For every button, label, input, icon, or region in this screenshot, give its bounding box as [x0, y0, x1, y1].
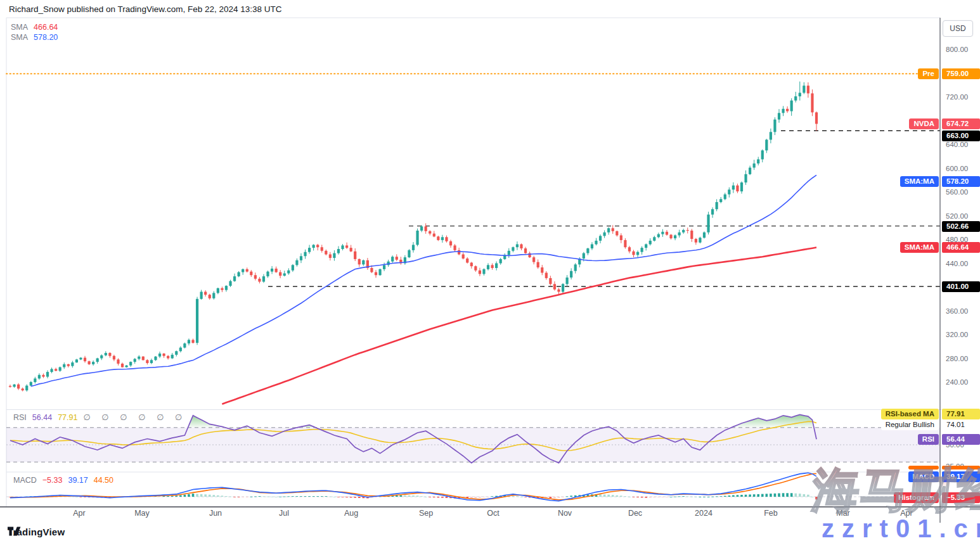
tradingview-link[interactable]: TradingView — [8, 527, 65, 537]
price-tick: 560.00 — [946, 187, 968, 197]
price-tick: 240.00 — [946, 377, 968, 387]
axis-value-chip: 401.00 — [942, 281, 980, 292]
axis-value-chip: 56.44 — [942, 434, 980, 445]
sma-slow-row: SMA 578.20 — [11, 32, 58, 42]
sma-fast-value: 466.64 — [34, 22, 58, 32]
price-tick: 440.00 — [946, 259, 968, 269]
month-label: Apr — [73, 509, 85, 518]
axis-value-chip: 466.64 — [942, 242, 980, 253]
axis-value-chip: 578.20 — [942, 176, 980, 187]
sma200-line — [222, 248, 816, 404]
rsi-ma-value: 77.91 — [58, 413, 77, 422]
tradingview-logo-icon — [8, 527, 23, 536]
price-tick: 280.00 — [946, 354, 968, 364]
axis-tag-chip: NVDA — [909, 118, 939, 129]
main-chart-svg[interactable] — [0, 0, 980, 543]
axis-tag-chip: Pre — [918, 68, 939, 79]
axis-value-chip: 663.00 — [942, 131, 980, 141]
currency-toggle-button[interactable]: USD — [943, 20, 973, 37]
rsi-value: 56.44 — [32, 413, 52, 422]
month-label: Jul — [279, 509, 289, 518]
rsi-overbought-fill — [732, 414, 815, 427]
sma-slow-value: 578.20 — [34, 32, 58, 42]
watermark-chinese: 海马财经 — [810, 466, 980, 515]
price-tick: 800.00 — [946, 44, 968, 54]
rsi-legend: RSI 56.44 77.91 ∅ ∅ ∅ ∅ ∅ ∅ — [13, 412, 186, 422]
month-label: Jun — [209, 509, 222, 518]
candles-layer — [9, 82, 818, 392]
rsi-empty-icons: ∅ ∅ ∅ ∅ ∅ ∅ — [83, 412, 186, 422]
axis-value-chip: 674.72 — [942, 118, 980, 129]
axis-tag-chip: Regular Bullish — [881, 419, 939, 430]
rsi-label: RSI — [13, 413, 27, 422]
axis-tag-chip: SMA:MA — [900, 242, 939, 253]
axis-tag-chip: RSI — [918, 434, 939, 445]
month-label: Oct — [487, 509, 499, 518]
axis-value-chip: 759.00 — [942, 68, 980, 79]
sma-slow-label: SMA — [11, 32, 28, 42]
sma-fast-label: SMA — [11, 22, 28, 32]
sma50-line — [31, 175, 816, 386]
month-label: 2024 — [695, 509, 712, 518]
month-label: Nov — [558, 509, 572, 518]
tradingview-chart-page: Richard_Snow published on TradingView.co… — [0, 0, 980, 543]
month-label: Dec — [628, 509, 642, 518]
price-tick: 720.00 — [946, 92, 968, 102]
sma-legend: SMA 466.64 SMA 578.20 — [11, 22, 58, 42]
axis-tag-chip: SMA:MA — [900, 176, 939, 187]
axis-value-chip: 77.91 — [942, 409, 980, 419]
price-tick: 520.00 — [946, 211, 968, 221]
month-label: Sep — [419, 509, 433, 518]
price-tick: 360.00 — [946, 306, 968, 316]
axis-value-chip: 502.66 — [942, 221, 980, 232]
macd-label: MACD — [13, 476, 37, 485]
axis-tag-chip: RSI-based MA — [881, 409, 939, 419]
watermark-site: zzrt01.cn — [822, 514, 980, 543]
price-tick: 600.00 — [946, 163, 968, 174]
axis-value-chip: 74.01 — [942, 419, 980, 430]
macd-hist-value: −5.33 — [42, 476, 63, 485]
macd-legend: MACD −5.33 39.17 44.50 — [13, 476, 113, 485]
price-tick: 320.00 — [946, 329, 968, 340]
macd-signal-value: 44.50 — [94, 476, 113, 485]
macd-line-value: 39.17 — [68, 476, 87, 485]
month-label: Aug — [344, 509, 358, 518]
month-label: Feb — [764, 509, 778, 518]
month-label: May — [134, 509, 150, 518]
sma-fast-row: SMA 466.64 — [11, 22, 58, 32]
